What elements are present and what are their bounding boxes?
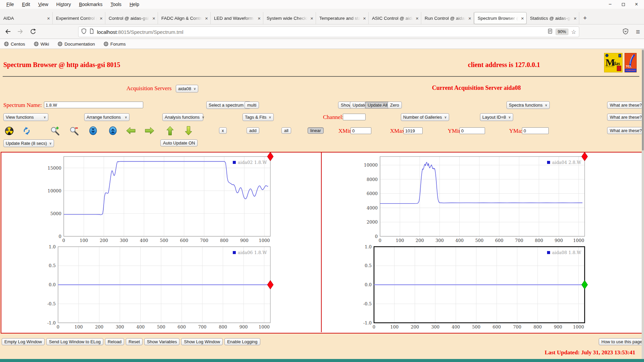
down-arrow-icon[interactable]: [183, 126, 194, 136]
ymax-input[interactable]: [522, 127, 549, 134]
browser-tab[interactable]: AIDA×: [0, 12, 53, 24]
arrange-functions-dropdown[interactable]: Arrange functions: [84, 113, 129, 121]
zero-button[interactable]: Zero: [387, 102, 402, 109]
view-functions-dropdown[interactable]: View functions: [3, 113, 48, 121]
what-are-these-button-3[interactable]: What are these?: [607, 127, 644, 134]
browser-tab[interactable]: LED and Waveform c×: [211, 12, 263, 24]
spectra-functions-dropdown[interactable]: Spectra functions: [506, 101, 550, 109]
spectrum-name-input[interactable]: [44, 102, 143, 108]
select-spectrum-dropdown[interactable]: Select a spectrum: [206, 101, 251, 109]
show-log-window-button[interactable]: Show Log Window: [181, 338, 223, 345]
radiation-icon[interactable]: [4, 126, 14, 136]
tab-close-icon[interactable]: ×: [46, 15, 50, 21]
channel-input[interactable]: [343, 114, 366, 120]
tab-close-icon[interactable]: ×: [151, 15, 155, 21]
tab-close-icon[interactable]: ×: [362, 15, 366, 21]
menu-file[interactable]: File: [3, 1, 18, 8]
tab-close-icon[interactable]: ×: [467, 15, 471, 21]
tab-close-icon[interactable]: ×: [309, 15, 313, 21]
zoom-level-badge[interactable]: 90%: [555, 28, 569, 35]
x-button[interactable]: x: [219, 127, 227, 134]
reset-button[interactable]: Reset: [126, 338, 143, 345]
xmax-input[interactable]: [404, 127, 423, 134]
zoom-in-icon[interactable]: [50, 126, 60, 136]
browser-tab[interactable]: Spectrum Browser @×: [474, 12, 527, 24]
layout-id-dropdown[interactable]: Layout ID=8: [480, 113, 513, 121]
browser-tab[interactable]: Control @ aidas-gsi×: [105, 12, 158, 24]
browser-tab[interactable]: Temperature and stat×: [316, 12, 369, 24]
tab-close-icon[interactable]: ×: [572, 15, 577, 21]
tab-close-icon[interactable]: ×: [256, 15, 261, 21]
menu-history[interactable]: History: [53, 1, 75, 8]
url-bar[interactable]: localhost:8015/Spectrum/Spectrum.tml 90%…: [78, 26, 579, 37]
empty-log-window-button[interactable]: Empty Log Window: [2, 338, 45, 345]
bookmark-star-icon[interactable]: ☆: [571, 28, 576, 36]
analysis-functions-dropdown[interactable]: Analysis functions: [162, 113, 203, 121]
protections-shield-icon[interactable]: [623, 28, 629, 36]
bookmark-centos[interactable]: Centos: [4, 42, 25, 47]
left-arrow-icon[interactable]: [126, 126, 136, 136]
enable-logging-button[interactable]: Enable Logging: [224, 338, 260, 345]
close-button[interactable]: ×: [635, 2, 638, 7]
spectrum-panel-aida04[interactable]: 0100200300400500600700800900100002000400…: [322, 153, 642, 242]
menu-edit[interactable]: Edit: [18, 1, 34, 8]
tab-close-icon[interactable]: ×: [204, 15, 208, 21]
browser-tab[interactable]: Run Control @ aidas-×: [421, 12, 474, 24]
browser-tab[interactable]: Statistics @ aidas-gsi×: [527, 12, 579, 24]
hamburger-menu-icon[interactable]: ≡: [636, 28, 640, 36]
shield-icon[interactable]: [81, 28, 87, 36]
update-all-button[interactable]: Update All: [365, 102, 390, 109]
ymin-input[interactable]: [460, 127, 485, 134]
browser-tab[interactable]: FADC Align & Contro×: [158, 12, 211, 24]
page-scrollbar[interactable]: [642, 49, 644, 362]
maximize-button[interactable]: [622, 2, 625, 7]
spectrum-chart[interactable]: 01002003004005006007008009001000-1.0-0.5…: [1, 242, 322, 332]
reload-button[interactable]: Reload: [105, 338, 124, 345]
forward-button[interactable]: [15, 26, 25, 37]
tab-close-icon[interactable]: ×: [98, 15, 103, 21]
all-button[interactable]: all: [281, 127, 291, 134]
spectrum-panel-aida02[interactable]: 0100200300400500600700800900100005000100…: [1, 153, 322, 242]
update-rate-dropdown[interactable]: Update Rate (8 secs): [3, 139, 54, 147]
how-to-use-button[interactable]: How to use this page: [599, 338, 644, 345]
what-are-these-button-1[interactable]: What are these?: [607, 102, 644, 109]
menu-help[interactable]: Help: [126, 1, 143, 8]
spectrum-panel-aida06[interactable]: 01002003004005006007008009001000-1.0-0.5…: [1, 242, 322, 332]
page-info-icon[interactable]: [89, 28, 94, 36]
number-of-galleries-dropdown[interactable]: Number of Galleries: [401, 113, 449, 121]
browser-tab[interactable]: ASIC Control @ aidas×: [369, 12, 421, 24]
reader-mode-icon[interactable]: [547, 28, 553, 36]
right-arrow-icon[interactable]: [145, 126, 155, 136]
new-tab-button[interactable]: +: [579, 12, 591, 24]
expand-up-icon[interactable]: [108, 126, 118, 136]
tab-close-icon[interactable]: ×: [520, 15, 524, 21]
scrollbar-thumb[interactable]: [642, 50, 644, 150]
browser-tab[interactable]: Experiment Control (×: [53, 12, 105, 24]
tags-fits-dropdown[interactable]: Tags & Fits: [243, 113, 274, 121]
zoom-out-icon[interactable]: [69, 126, 79, 136]
show-variables-button[interactable]: Show Variables: [144, 338, 179, 345]
minimize-button[interactable]: −: [608, 2, 611, 7]
acquisition-server-select[interactable]: aida08: [176, 85, 198, 93]
spectrum-panel-aida08[interactable]: 01002003004005006007008009001000-1.0-0.5…: [322, 242, 642, 332]
up-arrow-icon[interactable]: [165, 126, 175, 136]
bookmark-documentation[interactable]: Documentation: [58, 42, 95, 47]
browser-tab[interactable]: System wide Checks×: [263, 12, 316, 24]
auto-update-button[interactable]: Auto Update ON: [160, 139, 198, 146]
spectrum-chart[interactable]: 01002003004005006007008009001000-1.0-0.5…: [322, 242, 642, 332]
multi-button[interactable]: multi: [245, 102, 259, 109]
menu-view[interactable]: View: [35, 1, 52, 8]
xmin-input[interactable]: [351, 127, 371, 134]
reload-button[interactable]: [28, 26, 38, 37]
spectrum-chart[interactable]: 0100200300400500600700800900100005000100…: [1, 153, 322, 242]
linear-button[interactable]: linear: [308, 127, 324, 134]
back-button[interactable]: [3, 26, 13, 37]
collapse-down-icon[interactable]: [88, 126, 98, 136]
spectrum-chart[interactable]: 0100200300400500600700800900100002000400…: [322, 153, 642, 242]
refresh-icon[interactable]: [21, 126, 32, 136]
menu-tools[interactable]: Tools: [107, 1, 125, 8]
bookmark-wiki[interactable]: Wiki: [34, 42, 49, 47]
tab-close-icon[interactable]: ×: [414, 15, 419, 21]
add-button[interactable]: add: [247, 127, 259, 134]
menu-bookmarks[interactable]: Bookmarks: [75, 1, 106, 8]
